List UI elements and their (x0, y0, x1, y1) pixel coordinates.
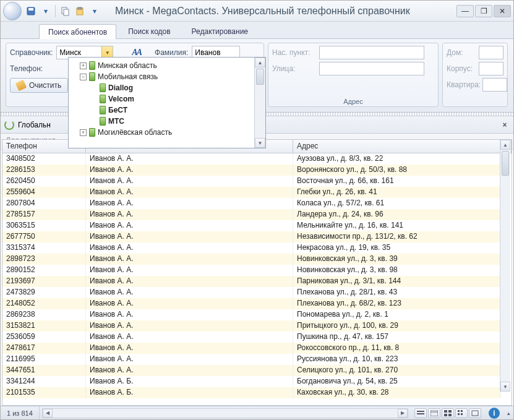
table-row[interactable]: 2620450Иванов А. А.Восточная ул., д. 66,… (2, 176, 501, 187)
table-row[interactable]: 3315374Иванов А. А.Некрасова ул., д. 19,… (2, 242, 501, 254)
tree-item[interactable]: −Мобильная связь (71, 71, 252, 82)
expand-icon[interactable]: − (80, 74, 87, 80)
global-label[interactable]: Глобальн (18, 121, 51, 129)
close-button[interactable]: ✕ (494, 5, 511, 17)
table-row[interactable]: 3408502Иванов А. А.Ауэзова ул., д. 8/3, … (2, 153, 501, 165)
house-label: Дом: (447, 48, 475, 57)
cell-addr: Мельникайте ул., д. 16, кв. 141 (293, 220, 501, 231)
table-row[interactable]: 2869238Иванов А. А.Пономарева ул., д. 2,… (2, 309, 501, 320)
table-row[interactable]: 2116995Иванов А. А.Руссиянова ул., д. 10… (2, 354, 501, 365)
table-row[interactable]: 2677750Иванов А. А.Независимости пр., д.… (2, 231, 501, 242)
cell-addr: Пономарева ул., д. 2, кв. 1 (293, 309, 501, 320)
view-list-button[interactable] (414, 408, 427, 418)
street-label: Улица: (272, 64, 315, 73)
tab-edit[interactable]: Редактирование (182, 24, 257, 38)
table-row[interactable]: 3063515Иванов А. А.Мельникайте ул., д. 1… (2, 220, 501, 231)
view-cards-button[interactable] (469, 408, 481, 418)
tree-item[interactable]: МТС (71, 116, 252, 127)
qat-dropdown-icon[interactable]: ▾ (40, 6, 51, 17)
table-row[interactable]: 2193697Иванов А. А.Парниковая ул., д. 3/… (2, 276, 501, 287)
scroll-down-icon[interactable]: ▼ (500, 382, 510, 392)
tree-item[interactable]: Velcom (71, 93, 252, 105)
flat-input[interactable] (482, 78, 507, 92)
hscrollbar[interactable]: ◀ ▶ (42, 408, 408, 418)
svg-rect-14 (458, 410, 460, 412)
clear-button[interactable]: Очистить (10, 78, 68, 93)
table-row[interactable]: 2536059Иванов А. А.Пушкина пр., д. 47, к… (2, 332, 501, 343)
grid-vscrollbar[interactable]: ▲ ▼ (500, 140, 510, 392)
tree-item[interactable]: БеСТ (71, 105, 252, 116)
maximize-button[interactable]: ❐ (475, 5, 492, 17)
svg-rect-8 (430, 410, 438, 416)
minimize-button[interactable]: — (456, 5, 474, 17)
table-row[interactable]: 2785157Иванов А. А.Ландера ул., д. 24, к… (2, 209, 501, 220)
scroll-down-icon[interactable]: ▼ (255, 138, 265, 148)
table-row[interactable]: 2286153Иванов А. А.Воронянского ул., д. … (2, 165, 501, 176)
qat-paste-icon[interactable] (74, 6, 85, 17)
scroll-thumb[interactable] (502, 151, 509, 176)
house-input[interactable] (479, 46, 503, 59)
refresh-icon[interactable] (4, 120, 14, 130)
building-input[interactable] (479, 62, 503, 75)
table-row[interactable]: 2559604Иванов А. А.Глебки ул., д. 26, кв… (2, 187, 501, 198)
scroll-right-icon[interactable]: ▶ (398, 409, 408, 418)
tab-search-subscribers[interactable]: Поиск абонентов (39, 24, 116, 39)
tree-item[interactable]: +Минская область (71, 60, 252, 71)
scroll-left-icon[interactable]: ◀ (43, 409, 53, 418)
table-row[interactable]: 2898723Иванов А. А.Новинковская ул., д. … (2, 254, 501, 265)
qat-copy-icon[interactable] (59, 6, 71, 17)
tree-item[interactable]: Diallog (71, 82, 252, 93)
directory-dropdown[interactable]: +Минская область−Мобильная связьDiallogV… (68, 57, 266, 148)
cell-name: Иванов А. А. (86, 287, 293, 298)
street-input[interactable] (319, 62, 424, 75)
status-chevron-icon[interactable]: ▴ (503, 408, 513, 418)
table-row[interactable]: 2148052Иванов А. А.Плеханова ул., д. 68/… (2, 298, 501, 309)
city-input[interactable] (319, 46, 424, 59)
table-row[interactable]: 2473829Иванов А. А.Плеханова ул., д. 28/… (2, 287, 501, 298)
city-label: Нас. пункт: (272, 48, 315, 57)
font-icon[interactable]: AA (132, 48, 141, 58)
cell-phone: 3153821 (2, 320, 86, 332)
scroll-up-icon[interactable]: ▲ (500, 140, 510, 150)
scroll-track[interactable] (255, 86, 265, 138)
cell-phone: 3063515 (2, 220, 86, 231)
qat-save-icon[interactable] (25, 6, 36, 17)
table-row[interactable]: 3341244Иванов А. Б.Богдановича ул., д. 5… (2, 376, 501, 387)
dropdown-scrollbar[interactable]: ▲ ▼ (254, 58, 265, 148)
tab-search-codes[interactable]: Поиск кодов (119, 24, 179, 38)
table-row[interactable]: 2890152Иванов А. А.Новинковская ул., д. … (2, 265, 501, 276)
app-orb-button[interactable] (3, 2, 22, 20)
cell-name: Иванов А. А. (86, 276, 293, 287)
address-group2: Дом: Корпус: Квартира: (442, 43, 508, 107)
close-panel-button[interactable]: × (500, 120, 510, 130)
cell-addr: Рокоссовского пр., д. 11, кв. 8 (293, 343, 501, 354)
table-row[interactable]: 3153821Иванов А. А.Притыцкого ул., д. 10… (2, 320, 501, 332)
cell-addr: Богдановича ул., д. 54, кв. 25 (293, 376, 501, 387)
cell-phone: 2536059 (2, 332, 86, 343)
cell-addr: Новинковская ул., д. 3, кв. 39 (293, 254, 501, 265)
table-row[interactable]: 2101535Иванов А. Б.Каховская ул., д. 30,… (2, 387, 501, 398)
table-row[interactable]: 2478617Иванов А. А.Рокоссовского пр., д.… (2, 343, 501, 354)
scroll-thumb[interactable] (256, 69, 264, 85)
view-small-button[interactable] (455, 408, 468, 418)
qat-overflow-icon[interactable]: ▾ (89, 6, 100, 17)
expand-icon[interactable]: + (80, 129, 87, 136)
info-button[interactable]: i (489, 408, 500, 419)
scroll-up-icon[interactable]: ▲ (255, 58, 265, 67)
view-details-button[interactable] (428, 408, 440, 418)
view-tiles-button[interactable] (442, 408, 454, 418)
tree-item-label: Минская область (98, 61, 157, 70)
flat-label: Квартира: (447, 80, 479, 89)
folder-icon (100, 106, 106, 114)
table-row[interactable]: 3447651Иванов А. А.Селицкого ул., д. 101… (2, 365, 501, 376)
scroll-track[interactable] (500, 150, 510, 382)
col-address[interactable]: Адрес (293, 140, 512, 153)
svg-rect-17 (461, 413, 463, 415)
expand-icon[interactable]: + (80, 62, 87, 69)
tree-item[interactable]: +Могилёвская область (71, 127, 252, 138)
cell-phone: 2286153 (2, 165, 86, 176)
svg-rect-16 (458, 413, 460, 415)
table-row[interactable]: 2807804Иванов А. А.Коласа ул., д. 57/2, … (2, 198, 501, 209)
cell-name: Иванов А. А. (86, 176, 293, 187)
tree-item-label: Мобильная связь (98, 72, 158, 81)
